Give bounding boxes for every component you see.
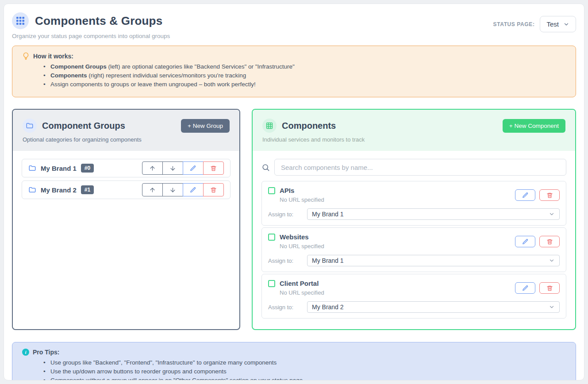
component-checkbox[interactable]: [268, 234, 275, 241]
chevron-down-icon: [549, 304, 555, 310]
chevron-down-icon: [549, 257, 555, 264]
delete-group-button[interactable]: [203, 161, 224, 175]
edit-component-button[interactable]: [515, 236, 535, 247]
edit-group-button[interactable]: [183, 183, 204, 196]
trash-icon: [546, 238, 553, 245]
component-actions: [515, 236, 560, 247]
move-down-button[interactable]: [162, 183, 183, 196]
group-actions: [142, 183, 224, 196]
new-component-button[interactable]: + New Component: [503, 119, 565, 133]
trash-icon: [546, 192, 553, 199]
how-it-works-item: Components (right) represent individual …: [43, 72, 566, 79]
delete-group-button[interactable]: [203, 183, 224, 196]
component-name: Websites: [280, 233, 309, 241]
assign-group-value: My Brand 1: [312, 211, 344, 218]
how-it-works-title: How it works:: [33, 53, 73, 60]
move-up-button[interactable]: [142, 183, 163, 196]
groups-panel-subtitle: Optional categories for organizing compo…: [23, 136, 230, 143]
search-icon: [261, 163, 270, 172]
page-header: Components & Groups Organize your status…: [12, 12, 576, 39]
component-actions: [515, 189, 560, 201]
trash-icon: [210, 187, 217, 193]
assign-group-dropdown[interactable]: My Brand 1: [307, 255, 560, 266]
info-icon: i: [22, 349, 29, 356]
components-list: APIs No URL specified Assign to: My Bran…: [253, 151, 575, 329]
lightbulb-icon: [22, 52, 30, 60]
components-panel-subtitle: Individual services and monitors to trac…: [262, 136, 565, 143]
assign-group-dropdown[interactable]: My Brand 2: [307, 301, 560, 313]
component-name: APIs: [280, 187, 294, 194]
status-page-dropdown[interactable]: Test: [540, 16, 576, 32]
move-down-button[interactable]: [162, 161, 183, 175]
pro-tips-box: i Pro Tips: Use groups like "Backend", "…: [12, 342, 576, 380]
groups-list: My Brand 1 #0 My Brand 2 #1: [13, 151, 239, 329]
group-order-badge: #0: [81, 164, 94, 173]
delete-component-button[interactable]: [539, 236, 560, 247]
arrow-down-icon: [169, 187, 176, 193]
component-name: Client Portal: [280, 280, 319, 287]
group-order-badge: #1: [81, 185, 94, 194]
folder-icon: [28, 164, 36, 172]
component-groups-panel: Component Groups + New Group Optional ca…: [12, 109, 240, 330]
folder-icon: [23, 119, 37, 133]
component-checkbox[interactable]: [268, 187, 275, 194]
assign-group-dropdown[interactable]: My Brand 1: [307, 208, 560, 220]
group-actions: [142, 161, 224, 175]
chevron-down-icon: [549, 211, 555, 217]
groups-panel-title: Component Groups: [42, 121, 125, 131]
how-it-works-list: Component Groups (left) are optional cat…: [43, 63, 566, 88]
status-page-label: STATUS PAGE:: [493, 21, 535, 27]
component-search-row: [261, 159, 566, 176]
groups-panel-header: Component Groups + New Group Optional ca…: [13, 110, 239, 151]
arrow-up-icon: [149, 165, 156, 172]
assign-row: Assign to: My Brand 1: [268, 255, 560, 266]
components-panel-header: Components + New Component Individual se…: [253, 110, 575, 151]
pencil-icon: [522, 285, 529, 292]
group-name: My Brand 2: [41, 186, 77, 194]
group-row: My Brand 2 #1: [22, 180, 231, 199]
assign-row: Assign to: My Brand 1: [268, 208, 560, 220]
pencil-icon: [522, 238, 529, 245]
pencil-icon: [522, 192, 529, 199]
edit-group-button[interactable]: [183, 161, 204, 175]
assign-group-value: My Brand 1: [312, 257, 344, 264]
search-input[interactable]: [274, 159, 566, 176]
folder-icon: [28, 186, 36, 194]
page-title: Components & Groups: [35, 14, 162, 28]
how-it-works-item: Component Groups (left) are optional cat…: [43, 63, 566, 70]
pro-tips-list: Use groups like "Backend", "Frontend", "…: [43, 359, 566, 380]
main-card: Components & Groups Organize your status…: [4, 4, 584, 380]
status-page-selector: STATUS PAGE: Test: [493, 16, 576, 32]
how-it-works-item: Assign components to groups or leave the…: [43, 81, 566, 88]
component-card: Client Portal No URL specified Assign to…: [261, 274, 566, 319]
group-name: My Brand 1: [41, 165, 77, 172]
component-actions: [515, 282, 560, 294]
pencil-icon: [190, 165, 196, 172]
delete-component-button[interactable]: [539, 282, 560, 294]
apps-grid-icon: [12, 12, 29, 29]
move-up-button[interactable]: [142, 161, 163, 175]
delete-component-button[interactable]: [539, 189, 560, 201]
assign-label: Assign to:: [268, 211, 307, 218]
panels-row: Component Groups + New Group Optional ca…: [12, 109, 576, 330]
pro-tips-title: Pro Tips:: [33, 349, 59, 356]
component-checkbox[interactable]: [268, 280, 275, 287]
edit-component-button[interactable]: [515, 189, 535, 201]
table-grid-icon: [262, 119, 277, 133]
component-card: APIs No URL specified Assign to: My Bran…: [261, 181, 566, 226]
edit-component-button[interactable]: [515, 282, 535, 294]
assign-label: Assign to:: [268, 257, 307, 264]
assign-row: Assign to: My Brand 2: [268, 301, 560, 313]
group-row: My Brand 1 #0: [22, 159, 231, 177]
pencil-icon: [190, 187, 196, 193]
status-page-value: Test: [546, 20, 559, 28]
page-subtitle: Organize your status page components int…: [12, 33, 170, 39]
new-group-button[interactable]: + New Group: [181, 119, 230, 133]
chevron-down-icon: [563, 21, 569, 27]
assign-label: Assign to:: [268, 304, 307, 311]
arrow-down-icon: [169, 165, 176, 172]
arrow-up-icon: [149, 187, 156, 193]
component-card: Websites No URL specified Assign to: My …: [261, 227, 566, 272]
components-panel-title: Components: [282, 121, 336, 131]
pro-tip-item: Use groups like "Backend", "Frontend", "…: [43, 359, 566, 366]
